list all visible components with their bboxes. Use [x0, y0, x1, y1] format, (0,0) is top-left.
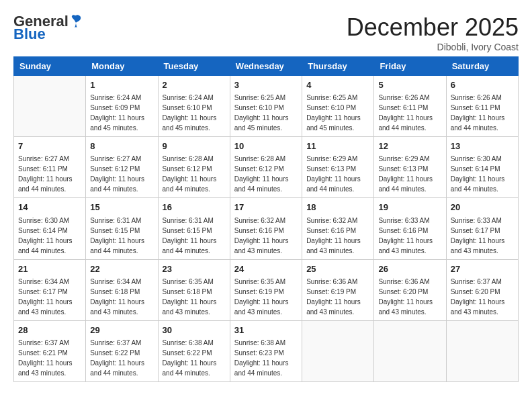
cell-info: Sunrise: 6:32 AM Sunset: 6:16 PM Dayligh… [306, 216, 369, 256]
cell-info: Sunrise: 6:27 AM Sunset: 6:12 PM Dayligh… [90, 154, 153, 194]
calendar-header-row: SundayMondayTuesdayWednesdayThursdayFrid… [14, 57, 519, 76]
cell-info: Sunrise: 6:29 AM Sunset: 6:13 PM Dayligh… [306, 154, 369, 194]
cell-info: Sunrise: 6:37 AM Sunset: 6:20 PM Dayligh… [451, 277, 514, 317]
day-number: 22 [90, 263, 153, 275]
cell-info: Sunrise: 6:33 AM Sunset: 6:16 PM Dayligh… [378, 216, 441, 256]
calendar-cell: 5Sunrise: 6:26 AM Sunset: 6:11 PM Daylig… [374, 76, 446, 137]
cell-info: Sunrise: 6:29 AM Sunset: 6:13 PM Dayligh… [378, 154, 441, 194]
calendar-cell: 4Sunrise: 6:25 AM Sunset: 6:10 PM Daylig… [302, 76, 374, 137]
cell-info: Sunrise: 6:37 AM Sunset: 6:22 PM Dayligh… [90, 338, 153, 378]
header-thursday: Thursday [302, 57, 374, 76]
calendar-cell: 24Sunrise: 6:35 AM Sunset: 6:19 PM Dayli… [230, 259, 302, 320]
logo-blue-text: Blue [13, 27, 46, 42]
calendar-week-row: 28Sunrise: 6:37 AM Sunset: 6:21 PM Dayli… [14, 320, 519, 381]
cell-info: Sunrise: 6:26 AM Sunset: 6:11 PM Dayligh… [378, 93, 441, 133]
day-number: 29 [90, 324, 153, 336]
cell-info: Sunrise: 6:26 AM Sunset: 6:11 PM Dayligh… [451, 93, 514, 133]
calendar-cell [374, 320, 446, 381]
calendar-cell: 25Sunrise: 6:36 AM Sunset: 6:19 PM Dayli… [302, 259, 374, 320]
cell-info: Sunrise: 6:38 AM Sunset: 6:23 PM Dayligh… [234, 338, 298, 378]
day-number: 3 [234, 79, 298, 91]
calendar-cell: 27Sunrise: 6:37 AM Sunset: 6:20 PM Dayli… [446, 259, 518, 320]
location: Dibobli, Ivory Coast [347, 42, 519, 52]
calendar-cell: 8Sunrise: 6:27 AM Sunset: 6:12 PM Daylig… [86, 137, 158, 198]
calendar-cell: 9Sunrise: 6:28 AM Sunset: 6:12 PM Daylig… [158, 137, 230, 198]
day-number: 5 [378, 79, 441, 91]
day-number: 15 [90, 201, 153, 214]
day-number: 23 [163, 263, 226, 275]
day-number: 19 [378, 201, 441, 214]
calendar-cell: 14Sunrise: 6:30 AM Sunset: 6:14 PM Dayli… [14, 198, 86, 259]
header-saturday: Saturday [446, 57, 518, 76]
title-block: December 2025 Dibobli, Ivory Coast [347, 13, 519, 52]
day-number: 18 [306, 201, 369, 214]
day-number: 26 [378, 263, 441, 275]
calendar-cell: 17Sunrise: 6:32 AM Sunset: 6:16 PM Dayli… [230, 198, 302, 259]
calendar-cell: 29Sunrise: 6:37 AM Sunset: 6:22 PM Dayli… [86, 320, 158, 381]
day-number: 11 [306, 140, 369, 152]
cell-info: Sunrise: 6:34 AM Sunset: 6:18 PM Dayligh… [90, 277, 153, 317]
calendar-cell: 21Sunrise: 6:34 AM Sunset: 6:17 PM Dayli… [14, 259, 86, 320]
day-number: 24 [234, 263, 298, 275]
day-number: 2 [163, 79, 226, 91]
calendar-cell: 20Sunrise: 6:33 AM Sunset: 6:17 PM Dayli… [446, 198, 518, 259]
day-number: 30 [163, 324, 226, 336]
header-tuesday: Tuesday [158, 57, 230, 76]
calendar-week-row: 1Sunrise: 6:24 AM Sunset: 6:09 PM Daylig… [14, 76, 519, 137]
calendar-cell: 13Sunrise: 6:30 AM Sunset: 6:14 PM Dayli… [446, 137, 518, 198]
day-number: 31 [234, 324, 298, 336]
day-number: 20 [451, 201, 514, 214]
cell-info: Sunrise: 6:28 AM Sunset: 6:12 PM Dayligh… [163, 154, 226, 194]
calendar-week-row: 21Sunrise: 6:34 AM Sunset: 6:17 PM Dayli… [14, 259, 519, 320]
day-number: 27 [451, 263, 514, 275]
header-friday: Friday [374, 57, 446, 76]
day-number: 17 [234, 201, 298, 214]
cell-info: Sunrise: 6:36 AM Sunset: 6:19 PM Dayligh… [306, 277, 369, 317]
calendar-cell: 31Sunrise: 6:38 AM Sunset: 6:23 PM Dayli… [230, 320, 302, 381]
day-number: 12 [378, 140, 441, 152]
calendar-cell [446, 320, 518, 381]
day-number: 8 [90, 140, 153, 152]
logo: General Blue [13, 13, 82, 42]
cell-info: Sunrise: 6:36 AM Sunset: 6:20 PM Dayligh… [378, 277, 441, 317]
header-sunday: Sunday [14, 57, 86, 76]
calendar-week-row: 7Sunrise: 6:27 AM Sunset: 6:11 PM Daylig… [14, 137, 519, 198]
calendar-cell: 18Sunrise: 6:32 AM Sunset: 6:16 PM Dayli… [302, 198, 374, 259]
calendar-cell: 7Sunrise: 6:27 AM Sunset: 6:11 PM Daylig… [14, 137, 86, 198]
calendar-cell: 1Sunrise: 6:24 AM Sunset: 6:09 PM Daylig… [86, 76, 158, 137]
cell-info: Sunrise: 6:32 AM Sunset: 6:16 PM Dayligh… [234, 216, 298, 256]
calendar-cell [14, 76, 86, 137]
cell-info: Sunrise: 6:28 AM Sunset: 6:12 PM Dayligh… [234, 154, 298, 194]
day-number: 6 [451, 79, 514, 91]
calendar-week-row: 14Sunrise: 6:30 AM Sunset: 6:14 PM Dayli… [14, 198, 519, 259]
calendar-cell: 16Sunrise: 6:31 AM Sunset: 6:15 PM Dayli… [158, 198, 230, 259]
header-monday: Monday [86, 57, 158, 76]
day-number: 9 [163, 140, 226, 152]
calendar-cell: 26Sunrise: 6:36 AM Sunset: 6:20 PM Dayli… [374, 259, 446, 320]
cell-info: Sunrise: 6:24 AM Sunset: 6:09 PM Dayligh… [90, 93, 153, 133]
month-title: December 2025 [347, 13, 519, 42]
calendar-cell: 3Sunrise: 6:25 AM Sunset: 6:10 PM Daylig… [230, 76, 302, 137]
calendar-cell: 30Sunrise: 6:38 AM Sunset: 6:22 PM Dayli… [158, 320, 230, 381]
calendar-cell: 19Sunrise: 6:33 AM Sunset: 6:16 PM Dayli… [374, 198, 446, 259]
calendar-cell: 23Sunrise: 6:35 AM Sunset: 6:18 PM Dayli… [158, 259, 230, 320]
day-number: 16 [163, 201, 226, 214]
day-number: 7 [18, 140, 81, 152]
cell-info: Sunrise: 6:31 AM Sunset: 6:15 PM Dayligh… [163, 216, 226, 256]
cell-info: Sunrise: 6:24 AM Sunset: 6:10 PM Dayligh… [163, 93, 226, 133]
day-number: 14 [18, 201, 81, 214]
day-number: 25 [306, 263, 369, 275]
cell-info: Sunrise: 6:27 AM Sunset: 6:11 PM Dayligh… [18, 154, 81, 194]
calendar-cell [302, 320, 374, 381]
cell-info: Sunrise: 6:33 AM Sunset: 6:17 PM Dayligh… [451, 216, 514, 256]
calendar-cell: 2Sunrise: 6:24 AM Sunset: 6:10 PM Daylig… [158, 76, 230, 137]
cell-info: Sunrise: 6:30 AM Sunset: 6:14 PM Dayligh… [18, 216, 81, 256]
cell-info: Sunrise: 6:31 AM Sunset: 6:15 PM Dayligh… [90, 216, 153, 256]
cell-info: Sunrise: 6:38 AM Sunset: 6:22 PM Dayligh… [163, 338, 226, 378]
calendar-cell: 12Sunrise: 6:29 AM Sunset: 6:13 PM Dayli… [374, 137, 446, 198]
day-number: 4 [306, 79, 369, 91]
day-number: 10 [234, 140, 298, 152]
calendar-table: SundayMondayTuesdayWednesdayThursdayFrid… [13, 56, 519, 382]
cell-info: Sunrise: 6:35 AM Sunset: 6:18 PM Dayligh… [163, 277, 226, 317]
page-header: General Blue December 2025 Dibobli, Ivor… [13, 13, 519, 52]
